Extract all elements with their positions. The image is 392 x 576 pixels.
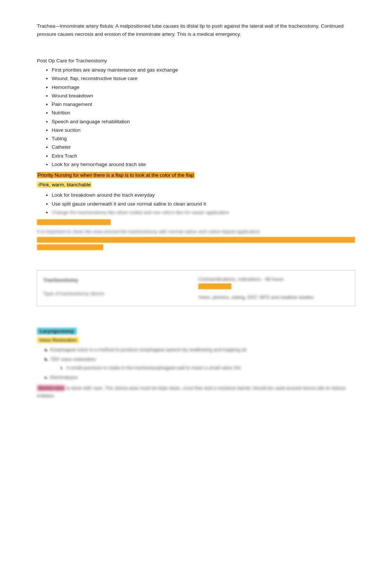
bottom-section: Laryngectomy Voice Restoration Esophagea… xyxy=(37,328,355,400)
bottom-subheading: Voice Restoration xyxy=(37,337,79,343)
post-op-list: First priorities are airway maintenance … xyxy=(37,66,355,168)
list-item: Extra Trach xyxy=(52,152,355,160)
list-item-c-text: Electrolarynx xyxy=(50,375,78,380)
stoma-care-highlight: Stoma care xyxy=(37,385,65,391)
bottom-subheading-text: Voice Restoration xyxy=(39,337,77,343)
list-item: Nutrition xyxy=(52,109,355,117)
table-col1-row1: Tracheostomy xyxy=(43,276,194,284)
orange-bar-3 xyxy=(37,244,103,250)
list-item: Speech and language rehabilitation xyxy=(52,118,355,125)
orange-bar-1 xyxy=(37,219,111,225)
list-item: Catheter xyxy=(52,144,355,151)
list-item: Use split gauze underneath it and use no… xyxy=(52,200,355,208)
table-col2-row1: Contraindications, indications - 48 hour… xyxy=(198,276,349,282)
post-op-section: Post Op Care for Tracheostomy First prio… xyxy=(37,58,355,250)
list-item: Wound, flap, reconstructive tissue care xyxy=(52,75,355,82)
bottom-note-text: is done with care. The stoma area must b… xyxy=(37,385,346,399)
bottom-heading-text: Laryngectomy xyxy=(40,328,74,334)
list-item: Look for any hemorrhage around trach sit… xyxy=(52,161,355,168)
list-item: Tubing xyxy=(52,135,355,142)
table-cell-1: Tracheostomy Type of tracheostomy device xyxy=(43,276,194,300)
list-item-c: Electrolarynx xyxy=(44,374,355,381)
priority-block-2: -Pink, warm, blanchable xyxy=(37,181,355,189)
list-item-b-text: TEP voice restoration xyxy=(50,356,96,362)
list-item: First priorities are airway maintenance … xyxy=(52,66,355,74)
list-item: Have suction xyxy=(52,127,355,134)
table-highlight xyxy=(198,283,231,289)
table-col1-row2: Type of tracheostomy device xyxy=(43,290,194,297)
bottom-heading: Laryngectomy xyxy=(37,328,77,335)
table-col2-row2: Voice, phonics, eating, ENT, NPO and swa… xyxy=(198,294,349,300)
sub-list-text-i: A small puncture is made in the tracheoe… xyxy=(66,365,241,370)
blurred-text-1: It is important to clean the area around… xyxy=(37,228,355,235)
list-item-a-text: Esophageal voice is a method to produce … xyxy=(50,347,247,352)
priority-text-2: -Pink, warm, blanchable xyxy=(37,182,92,188)
table-section: Tracheostomy Type of tracheostomy device… xyxy=(37,270,355,307)
bottom-note: Stoma care is done with care. The stoma … xyxy=(37,384,355,400)
sub-list-b: A small puncture is made in the tracheoe… xyxy=(50,364,355,372)
table-cell-2: Contraindications, indications - 48 hour… xyxy=(198,276,349,300)
list-item-b: TEP voice restoration A small puncture i… xyxy=(44,356,355,372)
sub-list-item-i: A small puncture is made in the tracheoe… xyxy=(61,364,355,372)
list-item: Hemorrhage xyxy=(52,84,355,91)
blurred-orange-block-1 xyxy=(37,219,355,225)
spacer-3 xyxy=(37,315,355,324)
intro-text: Trachea—innominate artery fistula: A mal… xyxy=(37,22,355,38)
spacer-2 xyxy=(37,261,355,270)
bottom-list: Esophageal voice is a method to produce … xyxy=(37,346,355,381)
list-item: Wound breakdown xyxy=(52,92,355,100)
list-item-a: Esophageal voice is a method to produce … xyxy=(44,346,355,353)
priority-text-1: Priority Nursing for when there is a fla… xyxy=(37,172,195,178)
priority-block-1: Priority Nursing for when there is a fla… xyxy=(37,171,355,179)
spacer-1 xyxy=(37,49,355,58)
list-item: Look for breakdown around the trach ever… xyxy=(52,192,355,199)
orange-bar-2 xyxy=(37,237,355,243)
blurred-block-1: It is important to clean the area around… xyxy=(37,228,355,250)
list-item: Pain management xyxy=(52,101,355,108)
intro-section: Trachea—innominate artery fistula: A mal… xyxy=(37,22,355,38)
post-op-heading: Post Op Care for Tracheostomy xyxy=(37,58,355,63)
list-item-blurred: Change the tracheostomy ties when soiled… xyxy=(52,209,355,216)
extra-bullets-list: Look for breakdown around the trach ever… xyxy=(37,192,355,216)
